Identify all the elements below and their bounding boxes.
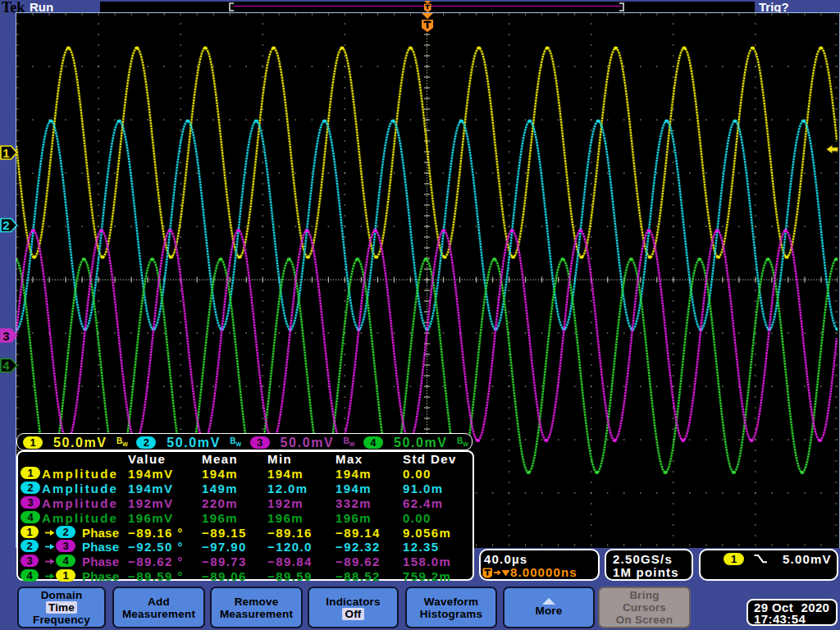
svg-text:4: 4 — [2, 358, 10, 372]
svg-text:2: 2 — [2, 218, 9, 232]
svg-text:1: 1 — [2, 146, 9, 160]
svg-text:3: 3 — [2, 329, 9, 343]
